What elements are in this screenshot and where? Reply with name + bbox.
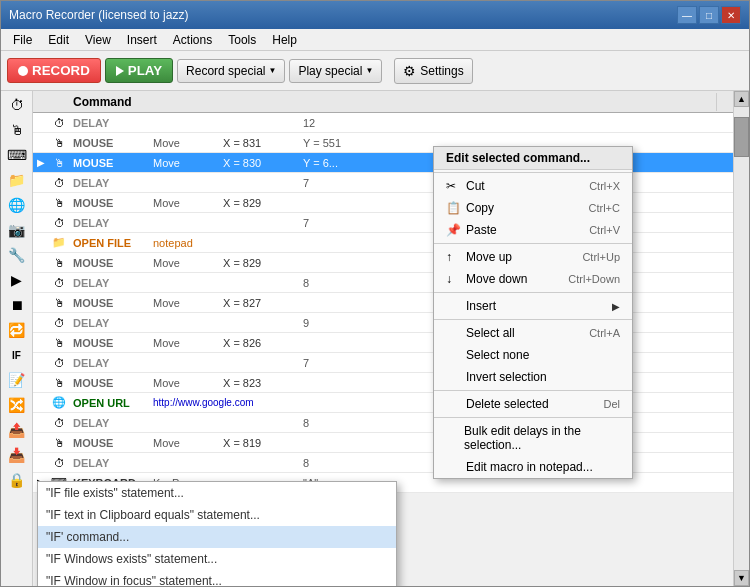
- ctx-insert[interactable]: Insert ▶: [434, 295, 632, 317]
- ctx-notepad-label: Edit macro in notepad...: [466, 460, 593, 474]
- ctx-invert-label: Invert selection: [466, 370, 547, 384]
- row-param1: X = 829: [219, 257, 299, 269]
- menu-insert[interactable]: Insert: [119, 32, 165, 48]
- sidebar-icon-stop[interactable]: ⏹: [5, 293, 29, 317]
- ctx-insert-arrow: ▶: [612, 301, 620, 312]
- sidebar-icon-url[interactable]: 🌐: [5, 193, 29, 217]
- sidebar-icon-mouse[interactable]: 🖱: [5, 118, 29, 142]
- sidebar-icon-screenshot[interactable]: 📷: [5, 218, 29, 242]
- ctx-bulk-edit[interactable]: Bulk edit delays in the selection...: [434, 420, 632, 456]
- if-item-4[interactable]: "IF Windows exists" statement...: [38, 548, 396, 570]
- sidebar-icon-openfile[interactable]: 📁: [5, 168, 29, 192]
- scroll-thumb[interactable]: [734, 117, 749, 157]
- sidebar-icon-note[interactable]: 📝: [5, 368, 29, 392]
- sidebar-icon-settings[interactable]: 🔧: [5, 243, 29, 267]
- row-cmd: MOUSE: [69, 157, 149, 169]
- ctx-select-none-content: Select none: [446, 348, 529, 362]
- ctx-move-up-content: ↑ Move up: [446, 250, 512, 264]
- row-cmd: MOUSE: [69, 197, 149, 209]
- ctx-paste[interactable]: 📌 Paste Ctrl+V: [434, 219, 632, 241]
- menu-file[interactable]: File: [5, 32, 40, 48]
- menu-view[interactable]: View: [77, 32, 119, 48]
- if-dropdown: "IF file exists" statement... "IF text i…: [37, 481, 397, 586]
- ctx-paste-shortcut: Ctrl+V: [589, 224, 620, 236]
- minimize-button[interactable]: —: [677, 6, 697, 24]
- ctx-copy-icon: 📋: [446, 201, 462, 215]
- close-button[interactable]: ✕: [721, 6, 741, 24]
- table-row[interactable]: ⏱ DELAY 12: [33, 113, 733, 133]
- row-cmd: OPEN FILE: [69, 237, 149, 249]
- ctx-edit-notepad[interactable]: Edit macro in notepad...: [434, 456, 632, 478]
- ctx-copy[interactable]: 📋 Copy Ctrl+C: [434, 197, 632, 219]
- row-icon-delay: ⏱: [49, 457, 69, 469]
- if-item-1[interactable]: "IF file exists" statement...: [38, 482, 396, 504]
- sidebar-icon-lock[interactable]: 🔒: [5, 468, 29, 492]
- gear-icon: ⚙: [403, 63, 416, 79]
- maximize-button[interactable]: □: [699, 6, 719, 24]
- sidebar-icon-export[interactable]: 📤: [5, 418, 29, 442]
- row-param1: X = 819: [219, 437, 299, 449]
- if-item-3[interactable]: "IF' command...: [38, 526, 396, 548]
- row-action: Move: [149, 197, 219, 209]
- play-special-label: Play special: [298, 64, 362, 78]
- menu-edit[interactable]: Edit: [40, 32, 77, 48]
- row-cmd: MOUSE: [69, 437, 149, 449]
- ctx-bulk-edit-content: Bulk edit delays in the selection...: [446, 424, 620, 452]
- if-item-5[interactable]: "IF Window in focus" statement...: [38, 570, 396, 586]
- sidebar-icon-loop[interactable]: 🔁: [5, 318, 29, 342]
- ctx-edit-selected[interactable]: Edit selected command...: [434, 147, 632, 170]
- sidebar-icon-import[interactable]: 📥: [5, 443, 29, 467]
- ctx-select-none[interactable]: Select none: [434, 344, 632, 366]
- menu-tools[interactable]: Tools: [220, 32, 264, 48]
- row-param2: 12: [299, 117, 733, 129]
- menu-help[interactable]: Help: [264, 32, 305, 48]
- row-action: notepad: [149, 237, 219, 249]
- row-icon-mouse: 🖱: [49, 157, 69, 169]
- ctx-delete-shortcut: Del: [603, 398, 620, 410]
- ctx-select-all[interactable]: Select all Ctrl+A: [434, 322, 632, 344]
- settings-label: Settings: [420, 64, 463, 78]
- settings-button[interactable]: ⚙ Settings: [394, 58, 472, 84]
- main-window: Macro Recorder (licensed to jazz) — □ ✕ …: [0, 0, 750, 587]
- menu-actions[interactable]: Actions: [165, 32, 220, 48]
- sidebar-icon-keyboard[interactable]: ⌨: [5, 143, 29, 167]
- sidebar-icon-if[interactable]: IF: [5, 343, 29, 367]
- play-label: PLAY: [128, 63, 162, 78]
- row-action: Move: [149, 297, 219, 309]
- ctx-sep5: [434, 390, 632, 391]
- ctx-cut[interactable]: ✂ Cut Ctrl+X: [434, 175, 632, 197]
- scroll-up[interactable]: ▲: [734, 91, 749, 107]
- ctx-edit-label: Edit selected command...: [446, 151, 590, 165]
- row-action: Move: [149, 157, 219, 169]
- scrollbar[interactable]: ▲ ▼: [733, 91, 749, 586]
- ctx-move-down-label: Move down: [466, 272, 527, 286]
- row-icon-mouse: 🖱: [49, 137, 69, 149]
- play-special-button[interactable]: Play special ▼: [289, 59, 382, 83]
- row-icon-delay: ⏱: [49, 117, 69, 129]
- sidebar-icon-play[interactable]: ▶: [5, 268, 29, 292]
- play-button[interactable]: PLAY: [105, 58, 173, 83]
- ctx-move-up-shortcut: Ctrl+Up: [582, 251, 620, 263]
- row-action: Move: [149, 437, 219, 449]
- row-action: Move: [149, 137, 219, 149]
- row-cmd: MOUSE: [69, 137, 149, 149]
- ctx-invert-content: Invert selection: [446, 370, 547, 384]
- ctx-move-up[interactable]: ↑ Move up Ctrl+Up: [434, 246, 632, 268]
- sidebar-icon-delay[interactable]: ⏱: [5, 93, 29, 117]
- row-cmd: DELAY: [69, 217, 149, 229]
- ctx-insert-content: Insert: [446, 299, 496, 313]
- record-button[interactable]: RECORD: [7, 58, 101, 83]
- ctx-move-down-content: ↓ Move down: [446, 272, 527, 286]
- ctx-delete-selected[interactable]: Delete selected Del: [434, 393, 632, 415]
- row-icon-mouse: 🖱: [49, 377, 69, 389]
- ctx-move-down[interactable]: ↓ Move down Ctrl+Down: [434, 268, 632, 290]
- record-special-button[interactable]: Record special ▼: [177, 59, 285, 83]
- row-icon-delay: ⏱: [49, 357, 69, 369]
- row-icon-mouse: 🖱: [49, 337, 69, 349]
- if-item-2[interactable]: "IF text in Clipboard equals" statement.…: [38, 504, 396, 526]
- ctx-invert-selection[interactable]: Invert selection: [434, 366, 632, 388]
- ctx-sep6: [434, 417, 632, 418]
- sidebar-icon-branch[interactable]: 🔀: [5, 393, 29, 417]
- row-cmd: MOUSE: [69, 297, 149, 309]
- scroll-down[interactable]: ▼: [734, 570, 749, 586]
